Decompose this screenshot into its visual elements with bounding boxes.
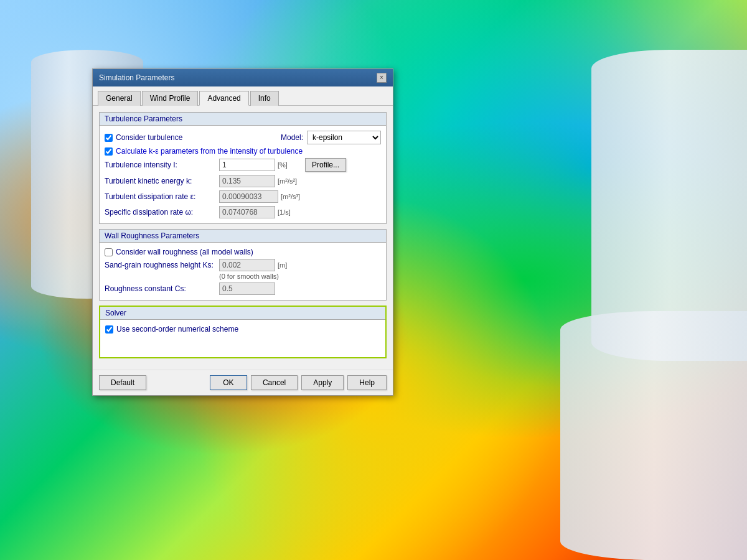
consider-roughness-row: Consider wall roughness (all model walls…	[105, 248, 381, 256]
second-order-label: Use second-order numerical scheme	[116, 325, 238, 334]
intensity-input[interactable]	[219, 159, 275, 171]
apply-button[interactable]: Apply	[301, 375, 344, 390]
calc-k-epsilon-row: Calculate k-ε parameters from the intens…	[105, 147, 381, 156]
tab-info[interactable]: Info	[250, 91, 279, 106]
kinetic-energy-input[interactable]	[219, 175, 275, 187]
sand-grain-label: Sand-grain roughness height Ks:	[105, 261, 217, 269]
kinetic-energy-row: Turbulent kinetic energy k: [m²/s²]	[105, 175, 381, 187]
default-button[interactable]: Default	[99, 375, 146, 390]
sand-grain-unit: [m]	[278, 261, 303, 269]
solver-content: Use second-order numerical scheme	[100, 320, 385, 357]
ok-button[interactable]: OK	[210, 375, 247, 390]
tabs-area: General Wind Profile Advanced Info	[93, 86, 393, 106]
calc-k-epsilon-checkbox[interactable]	[105, 147, 113, 156]
specific-dissipation-label: Specific dissipation rate ω:	[105, 208, 217, 217]
profile-button[interactable]: Profile...	[305, 158, 346, 172]
second-order-checkbox[interactable]	[105, 325, 113, 334]
consider-roughness-checkbox[interactable]	[105, 248, 113, 256]
simulation-parameters-dialog: Simulation Parameters × General Wind Pro…	[92, 68, 393, 396]
dissipation-rate-label: Turbulent dissipation rate ε:	[105, 192, 217, 201]
dialog-title: Simulation Parameters	[99, 73, 174, 82]
kinetic-energy-label: Turbulent kinetic energy k:	[105, 177, 217, 185]
dissipation-rate-row: Turbulent dissipation rate ε: [m²/s³]	[105, 190, 381, 203]
turbulence-intensity-row: Turbulence intensity I: [%] Profile...	[105, 158, 381, 172]
consider-roughness-label: Consider wall roughness (all model walls…	[116, 248, 253, 256]
dissipation-rate-unit: [m²/s³]	[281, 193, 306, 200]
consider-turbulence-row: Consider turbulence Model: k-epsilon k-o…	[105, 131, 381, 144]
wall-roughness-group: Wall Roughness Parameters Consider wall …	[99, 229, 387, 301]
specific-dissipation-input[interactable]	[219, 206, 275, 218]
sand-grain-row: Sand-grain roughness height Ks: [m]	[105, 259, 381, 271]
consider-turbulence-label: Consider turbulence	[116, 133, 182, 142]
intensity-label: Turbulence intensity I:	[105, 161, 217, 169]
wall-roughness-title: Wall Roughness Parameters	[100, 230, 386, 243]
dialog-content: Turbulence Parameters Consider turbulenc…	[93, 106, 393, 370]
model-dropdown[interactable]: k-epsilon k-omega Spalart-Allmaras	[307, 131, 381, 144]
roughness-const-row: Roughness constant Cs:	[105, 282, 381, 295]
help-button[interactable]: Help	[347, 375, 387, 390]
dialog-title-bar: Simulation Parameters ×	[93, 69, 393, 86]
specific-dissipation-row: Specific dissipation rate ω: [1/s]	[105, 206, 381, 218]
sand-grain-row-group: Sand-grain roughness height Ks: [m] (0 f…	[105, 259, 381, 280]
cylinder-right-bottom	[560, 311, 747, 560]
intensity-unit: [%]	[278, 161, 303, 169]
specific-dissipation-unit: [1/s]	[278, 208, 303, 216]
dialog-footer: Default OK Cancel Apply Help	[93, 370, 393, 395]
kinetic-energy-unit: [m²/s²]	[278, 177, 303, 185]
turbulence-title: Turbulence Parameters	[100, 113, 386, 126]
turbulence-group: Turbulence Parameters Consider turbulenc…	[99, 112, 387, 224]
tab-advanced[interactable]: Advanced	[199, 91, 248, 106]
tab-general[interactable]: General	[98, 91, 141, 106]
roughness-const-label: Roughness constant Cs:	[105, 284, 217, 293]
solver-group: Solver Use second-order numerical scheme	[99, 306, 387, 358]
solver-title: Solver	[100, 307, 385, 320]
dissipation-rate-input[interactable]	[219, 190, 278, 203]
calc-k-epsilon-label: Calculate k-ε parameters from the intens…	[116, 147, 303, 156]
cancel-button[interactable]: Cancel	[251, 375, 298, 390]
roughness-const-input[interactable]	[219, 282, 275, 295]
wall-roughness-content: Consider wall roughness (all model walls…	[100, 243, 386, 300]
consider-turbulence-left: Consider turbulence	[105, 133, 182, 142]
second-order-row: Use second-order numerical scheme	[105, 325, 380, 334]
model-label: Model:	[281, 133, 303, 142]
turbulence-content: Consider turbulence Model: k-epsilon k-o…	[100, 126, 386, 223]
sand-grain-note: (0 for smooth walls)	[219, 273, 381, 280]
sand-grain-input[interactable]	[219, 259, 275, 271]
consider-turbulence-checkbox[interactable]	[105, 134, 113, 142]
tab-wind-profile[interactable]: Wind Profile	[142, 91, 199, 106]
model-selector-group: Model: k-epsilon k-omega Spalart-Allmara…	[281, 131, 381, 144]
dialog-close-button[interactable]: ×	[377, 73, 387, 83]
